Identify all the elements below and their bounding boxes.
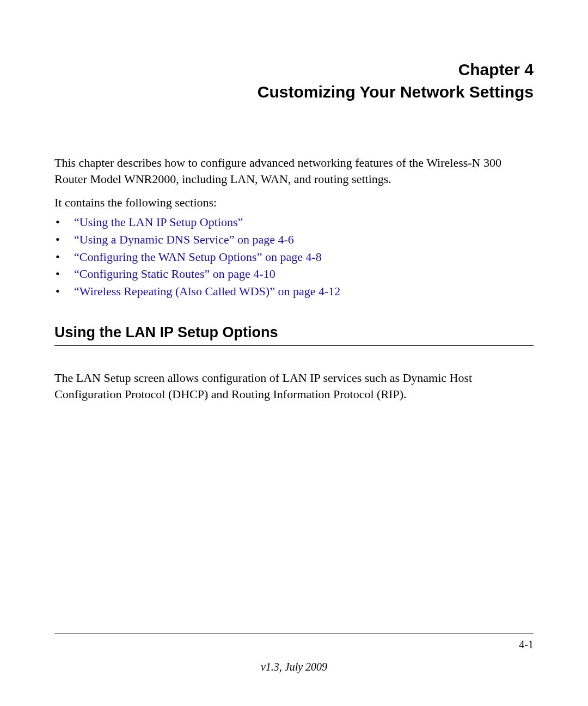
footer-rule (54, 634, 534, 634)
intro-paragraph: This chapter describes how to configure … (54, 155, 534, 187)
chapter-title: Customizing Your Network Settings (54, 81, 534, 104)
document-page: Chapter 4 Customizing Your Network Setti… (0, 0, 588, 706)
sections-label: It contains the following sections: (54, 194, 534, 211)
section-heading-lan-ip: Using the LAN IP Setup Options (54, 324, 534, 346)
footer-version: v1.3, July 2009 (54, 661, 534, 673)
toc-list: “Using the LAN IP Setup Options” “Using … (54, 214, 534, 300)
toc-item: “Configuring Static Routes” on page 4-10 (54, 266, 534, 283)
page-number: 4-1 (519, 638, 534, 651)
footer-row: 4-1 (54, 638, 534, 651)
toc-link-static-routes[interactable]: “Configuring Static Routes” on page 4-10 (74, 267, 275, 281)
chapter-header: Chapter 4 Customizing Your Network Setti… (54, 59, 534, 103)
toc-item: “Wireless Repeating (Also Called WDS)” o… (54, 283, 534, 300)
toc-link-wds[interactable]: “Wireless Repeating (Also Called WDS)” o… (74, 284, 340, 298)
toc-item: “Using a Dynamic DNS Service” on page 4-… (54, 232, 534, 248)
section-body: The LAN Setup screen allows configuratio… (54, 370, 534, 402)
toc-item: “Configuring the WAN Setup Options” on p… (54, 249, 534, 266)
toc-link-dynamic-dns[interactable]: “Using a Dynamic DNS Service” on page 4-… (74, 233, 294, 246)
page-footer: 4-1 v1.3, July 2009 (54, 634, 534, 673)
toc-link-lan-ip-setup[interactable]: “Using the LAN IP Setup Options” (74, 215, 243, 229)
toc-item: “Using the LAN IP Setup Options” (54, 214, 534, 231)
toc-link-wan-setup[interactable]: “Configuring the WAN Setup Options” on p… (74, 250, 322, 264)
chapter-number: Chapter 4 (54, 59, 534, 81)
